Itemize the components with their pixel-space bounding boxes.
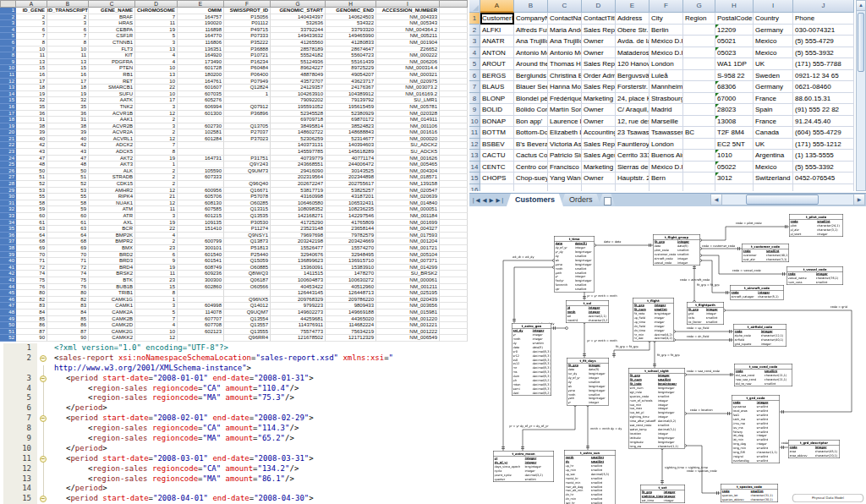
cell[interactable]: 53: [47, 188, 89, 194]
cell[interactable]: P01112: [224, 20, 271, 27]
cell[interactable]: 243668551: [271, 162, 326, 168]
er-table[interactable]: t_pilot_codecodesmallintpilotcharacter(2…: [789, 214, 843, 237]
cell[interactable]: 601215: [178, 213, 224, 220]
cell[interactable]: 05021: [715, 36, 754, 47]
cell[interactable]: Ana Trujillo Emparedados y helados: [514, 36, 548, 47]
cell[interactable]: CDK15: [89, 181, 135, 188]
xml-editor-panel[interactable]: 1<?xml version="1.0" encoding="UTF-8"?>2…: [3, 343, 470, 504]
row-header[interactable]: 49: [0, 316, 16, 323]
er-table[interactable]: t_flight_groupfit_grpintegerdatedate(5)p…: [653, 234, 700, 266]
cell[interactable]: [440, 265, 468, 271]
cell[interactable]: 10: [47, 47, 89, 53]
cell[interactable]: 23: [135, 277, 178, 284]
column-header[interactable]: B: [47, 0, 89, 8]
cell[interactable]: [178, 162, 224, 168]
code-line[interactable]: 6</period>: [3, 403, 470, 414]
cell[interactable]: Bern: [650, 173, 683, 184]
cell[interactable]: 23523148: [271, 226, 326, 233]
cell[interactable]: 602860: [178, 284, 224, 291]
cell[interactable]: 148602722: [271, 129, 326, 136]
cell[interactable]: CTNNB1: [89, 40, 135, 47]
cell[interactable]: Q13705: [224, 123, 271, 130]
code-line[interactable]: 9<region-sales regioncode="MA" amount="6…: [3, 434, 470, 444]
tab-nav-first-icon[interactable]: ❘◀: [471, 194, 480, 206]
cell[interactable]: 19: [135, 265, 178, 271]
cell[interactable]: CAMK2B: [89, 316, 135, 323]
cell[interactable]: ACVR1B: [89, 111, 135, 118]
cell[interactable]: 60: [16, 213, 47, 220]
cell[interactable]: CustomerID: [480, 13, 514, 25]
cell[interactable]: (171) 555-1212: [793, 139, 854, 151]
cell[interactable]: 100604873: [271, 277, 326, 284]
column-header[interactable]: J: [793, 0, 854, 13]
cell[interactable]: 61: [16, 220, 47, 227]
cell[interactable]: P37023: [224, 136, 271, 143]
cell[interactable]: 64: [16, 233, 47, 239]
cell[interactable]: 209768329: [271, 297, 326, 304]
cell[interactable]: BCR: [89, 226, 135, 233]
cell[interactable]: 202344898: [326, 174, 376, 181]
cell[interactable]: CACTU: [480, 150, 514, 162]
cell[interactable]: Q16671: [224, 188, 271, 194]
code-line[interactable]: 15−<period start-date="2008-04-01" end-d…: [3, 494, 470, 504]
cell[interactable]: SU_LMR1: [376, 97, 440, 104]
column-header[interactable]: H: [715, 0, 754, 13]
column-header[interactable]: A: [16, 0, 47, 8]
cell[interactable]: NUAK1: [89, 200, 135, 207]
row-header[interactable]: 4: [0, 27, 16, 34]
row-header[interactable]: 3: [469, 36, 480, 47]
cell[interactable]: 31: [16, 117, 47, 123]
cell[interactable]: 10: [135, 65, 178, 72]
cell[interactable]: BUB1B: [89, 284, 135, 291]
cell[interactable]: Q96RR4: [224, 335, 271, 342]
cell[interactable]: 149602273: [271, 310, 326, 316]
cell[interactable]: 5: [135, 310, 178, 316]
cell[interactable]: STRADB: [89, 174, 135, 181]
row-header[interactable]: 32: [0, 206, 16, 213]
cell[interactable]: NM_005781: [376, 104, 440, 111]
er-table[interactable]: t_astro_sunmnthsmallintdysmallintup_hrsm…: [564, 450, 616, 504]
row-header[interactable]: 1: [0, 8, 16, 14]
cell[interactable]: 71: [47, 258, 89, 265]
cell[interactable]: 52314677: [326, 136, 376, 143]
cell[interactable]: [440, 136, 468, 143]
cell[interactable]: 2: [16, 14, 47, 21]
cell[interactable]: 2: [135, 129, 178, 136]
cell[interactable]: NM_016169.2: [376, 91, 440, 98]
cell[interactable]: [440, 14, 468, 21]
row-header[interactable]: 11: [0, 72, 16, 79]
cell[interactable]: Patricio Simpson: [548, 150, 582, 162]
cell[interactable]: [683, 184, 715, 192]
cell[interactable]: Mexico: [754, 47, 793, 59]
cell[interactable]: [440, 245, 468, 252]
cell[interactable]: 104389912: [326, 91, 376, 98]
cell[interactable]: Tsawassen: [650, 127, 683, 139]
cell[interactable]: 15: [47, 65, 89, 72]
cell[interactable]: [440, 271, 468, 277]
cell[interactable]: Bottom-Dollar Markets: [514, 127, 548, 139]
cell[interactable]: 12: [135, 335, 178, 342]
row-header[interactable]: 45: [0, 290, 16, 297]
cell[interactable]: 64: [47, 233, 89, 239]
cell[interactable]: WA1 1DP: [715, 58, 754, 70]
cell[interactable]: 149669188: [326, 310, 376, 316]
cell[interactable]: BRSK2: [89, 271, 135, 277]
cell[interactable]: P11274: [224, 226, 271, 233]
cell[interactable]: 82: [47, 297, 89, 304]
cell[interactable]: 173490: [178, 59, 224, 66]
cell[interactable]: 88.60.15.31: [793, 93, 854, 105]
cell[interactable]: NM_005211: [376, 33, 440, 40]
horizontal-scrollbar[interactable]: ◀ ▶: [710, 194, 865, 205]
column-header[interactable]: [440, 0, 468, 8]
cell[interactable]: B's Beverages: [514, 139, 548, 151]
row-header[interactable]: 8: [0, 52, 16, 59]
cell[interactable]: 140624503: [326, 14, 376, 21]
cell[interactable]: 10: [135, 329, 178, 336]
corner-cell[interactable]: [0, 0, 16, 8]
cell[interactable]: ANATR: [480, 36, 514, 47]
cell[interactable]: NM_004327: [376, 226, 440, 233]
cell[interactable]: NM_000051: [376, 206, 440, 213]
cell[interactable]: Christina Berglund: [548, 70, 582, 82]
cell[interactable]: Q9NSY1: [224, 233, 271, 239]
row-header[interactable]: 31: [0, 200, 16, 207]
